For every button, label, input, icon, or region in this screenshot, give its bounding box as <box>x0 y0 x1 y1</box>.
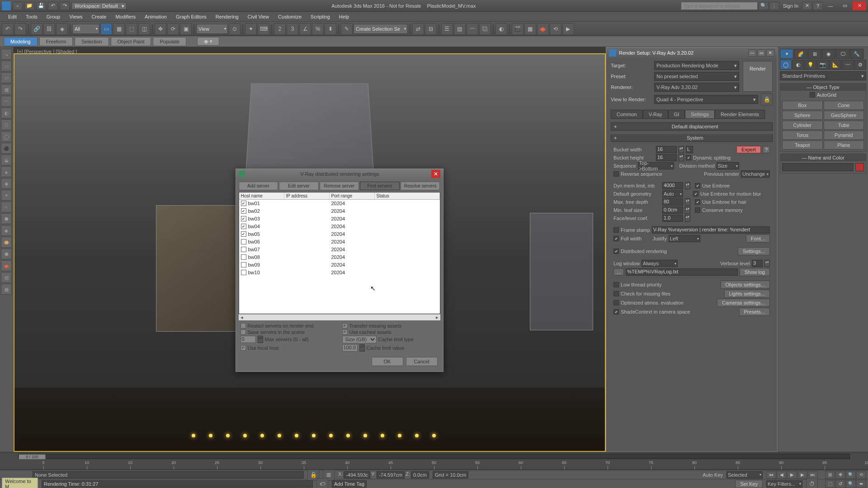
open-icon[interactable]: 📁 <box>24 2 34 10</box>
menu-graph editors[interactable]: Graph Editors <box>171 13 211 20</box>
undo-button[interactable]: ↶ <box>2 23 14 35</box>
left-tool-15[interactable]: ◆ <box>1 225 12 236</box>
align-button[interactable]: ⊟ <box>425 23 437 35</box>
server-row[interactable]: ✔bw0520204 <box>239 230 440 238</box>
resolve-servers-button[interactable]: Resolve servers <box>401 182 440 190</box>
render-tab-render-elements[interactable]: Render Elements <box>715 110 765 119</box>
link-button[interactable]: 🔗 <box>31 23 42 35</box>
toggle-ribbon-button[interactable]: ▤ <box>454 23 466 35</box>
left-tool-14[interactable]: ⬢ <box>1 213 12 224</box>
bind-button[interactable]: ◈ <box>56 23 68 35</box>
help-search-input[interactable] <box>681 2 758 10</box>
server-row[interactable]: bw0820204 <box>239 253 440 261</box>
create-cone-button[interactable]: Cone <box>824 101 864 110</box>
nav-icon[interactable]: 🔍 <box>846 471 856 479</box>
ribbon-tab-selection[interactable]: Selection <box>75 37 108 46</box>
nav-icon[interactable]: ⬌ <box>856 480 866 488</box>
embree-motion-blur-checkbox[interactable]: ✔ <box>693 191 698 197</box>
save-icon[interactable]: 💾 <box>36 2 46 10</box>
left-tool-0[interactable]: ↘ <box>1 49 12 60</box>
spinner-snap-button[interactable]: ⬍ <box>325 23 336 35</box>
max-servers-spinner[interactable]: ▴▾ <box>258 336 263 343</box>
left-tool-20[interactable]: ▦ <box>1 284 12 295</box>
create-pyramid-button[interactable]: Pyramid <box>824 131 864 140</box>
cancel-button[interactable]: Cancel <box>406 357 438 366</box>
nav-icon[interactable]: 🔍 <box>846 480 856 488</box>
ribbon-tab-object paint[interactable]: Object Paint <box>111 37 151 46</box>
minimize-dialog-button[interactable]: — <box>748 49 756 56</box>
geometry-subtab[interactable]: ◯ <box>780 60 792 70</box>
server-checkbox[interactable]: ✔ <box>241 208 246 214</box>
face-coef-input[interactable]: 1.0 <box>662 215 683 222</box>
server-list[interactable]: Host name IP address Port range Status ✔… <box>239 192 440 314</box>
material-editor-button[interactable]: ◐ <box>495 23 507 35</box>
ribbon-dropdown[interactable]: ◉ ▾ <box>197 37 219 46</box>
displacement-rollout[interactable]: Default displacement <box>611 122 773 131</box>
left-tool-17[interactable]: ⬣ <box>1 249 12 259</box>
menu-edit[interactable]: Edit <box>4 13 21 20</box>
comm-center-icon[interactable]: ⋮ <box>769 2 779 10</box>
left-tool-18[interactable]: 🫖 <box>1 260 12 271</box>
snap-2d-button[interactable]: 2 <box>274 23 286 35</box>
utilities-tab[interactable]: 🔧 <box>850 49 863 59</box>
display-tab[interactable]: 🖵 <box>836 49 849 59</box>
system-rollout[interactable]: System <box>611 134 773 142</box>
viewport-label[interactable]: [+] [Perspective ] [Shaded ] <box>17 49 77 54</box>
use-local-host-checkbox[interactable]: ✔ <box>241 345 246 351</box>
create-cylinder-button[interactable]: Cylinder <box>782 121 823 130</box>
render-setup-titlebar[interactable]: Render Setup: V-Ray Adv 3.20.02 — ▭ ✕ <box>606 47 777 58</box>
left-tool-9[interactable]: ◒ <box>1 155 12 165</box>
maximize-dialog-button[interactable]: ▭ <box>757 49 765 56</box>
left-tool-3[interactable]: ▦ <box>1 84 12 95</box>
menu-tools[interactable]: Tools <box>21 13 42 20</box>
close-dialog-button[interactable]: ✕ <box>766 49 774 56</box>
menu-customize[interactable]: Customize <box>274 13 306 20</box>
shade-context-checkbox[interactable]: ✔ <box>613 309 619 314</box>
max-tree-input[interactable]: 80 <box>662 198 683 206</box>
cache-limit-value-input[interactable]: 100.0 <box>342 344 358 352</box>
setkey-button[interactable]: Set Key <box>735 480 763 488</box>
time-config-button[interactable]: ⏱ <box>806 478 818 488</box>
server-checkbox[interactable]: ✔ <box>241 201 246 206</box>
left-tool-2[interactable]: ▭ <box>1 72 12 83</box>
helpers-subtab[interactable]: 📐 <box>830 60 841 70</box>
menu-animation[interactable]: Animation <box>140 13 171 20</box>
bucket-lock-button[interactable]: L <box>686 146 693 153</box>
select-object-button[interactable]: ▭ <box>100 23 112 35</box>
category-dropdown[interactable]: Standard Primitives <box>780 71 866 80</box>
minimize-button[interactable]: — <box>824 1 837 10</box>
list-scrollbar[interactable]: ◂▸ <box>239 314 440 320</box>
nav-icon[interactable]: ⬚ <box>825 480 835 488</box>
left-tool-16[interactable]: 🐵 <box>1 237 12 248</box>
help-button[interactable]: ? <box>763 146 770 153</box>
nav-icon[interactable]: ⟲ <box>856 471 866 479</box>
menu-civil view[interactable]: Civil View <box>243 13 274 20</box>
conserve-memory-checkbox[interactable] <box>695 207 700 213</box>
distributed-rendering-checkbox[interactable]: ✔ <box>613 249 619 254</box>
frame-stamp-input[interactable]: V-Ray %vrayversion | render time: %rende… <box>652 226 770 234</box>
menu-rendering[interactable]: Rendering <box>211 13 243 20</box>
left-tool-12[interactable]: ✦ <box>1 190 12 201</box>
time-tag-icon[interactable]: 🏷 <box>316 478 328 488</box>
server-checkbox[interactable] <box>241 254 246 260</box>
menu-help[interactable]: Help <box>335 13 354 20</box>
server-checkbox[interactable] <box>241 270 246 275</box>
dr-settings-button[interactable]: Settings... <box>738 247 770 255</box>
nav-icon[interactable]: ↺ <box>835 480 845 488</box>
create-geosphere-button[interactable]: GeoSphere <box>824 111 864 120</box>
create-sphere-button[interactable]: Sphere <box>782 111 823 120</box>
keyboard-shortcut-button[interactable]: ⌨ <box>258 23 269 35</box>
previous-render-dropdown[interactable]: Unchange <box>741 170 770 178</box>
cameras-settings-button[interactable]: Cameras settings... <box>717 299 770 307</box>
rotate-button[interactable]: ⟳ <box>167 23 179 35</box>
opt-atmos-checkbox[interactable] <box>613 300 619 305</box>
low-thread-checkbox[interactable] <box>613 282 619 287</box>
add-server-button[interactable]: Add server <box>239 182 278 190</box>
transfer-assets-checkbox[interactable]: ✔ <box>342 323 348 328</box>
create-tube-button[interactable]: Tube <box>824 121 864 130</box>
remove-server-button[interactable]: Remove server <box>320 182 359 190</box>
presets-button[interactable]: Presets... <box>739 308 770 316</box>
menu-modifiers[interactable]: Modifiers <box>111 13 140 20</box>
division-method-dropdown[interactable]: Size <box>717 162 739 169</box>
bucket-width-input[interactable]: 16 <box>656 146 677 153</box>
